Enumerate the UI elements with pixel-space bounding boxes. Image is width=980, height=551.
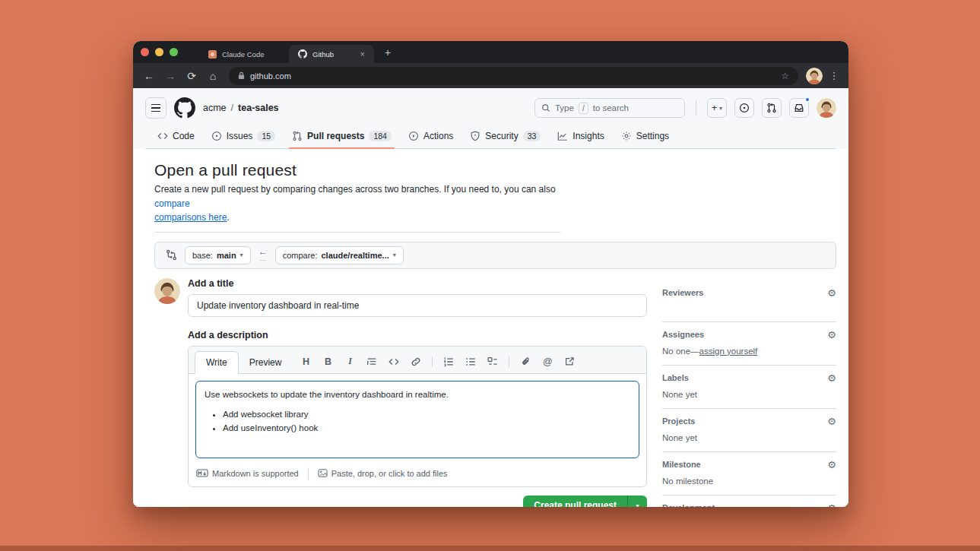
close-window-button[interactable] — [141, 48, 149, 56]
compare-link-part1[interactable]: compare — [154, 198, 190, 209]
url-text: github.com — [250, 71, 775, 81]
github-logo[interactable] — [174, 97, 195, 119]
editor-body: Use websockets to update the inventory d… — [189, 374, 646, 465]
compare-branch-selector[interactable]: compare: claude/realtime... ▾ — [275, 246, 404, 264]
zoom-window-button[interactable] — [170, 48, 178, 56]
paperclip-icon[interactable] — [519, 356, 531, 368]
slash-key-hint: / — [579, 103, 588, 114]
gear-icon[interactable]: ⚙ — [827, 503, 836, 507]
sidebar-section-projects: Projects ⚙ None yet — [662, 416, 836, 452]
cross-reference-icon[interactable] — [563, 356, 576, 368]
browser-tab-github[interactable]: Github × — [289, 45, 374, 63]
markdown-hint[interactable]: Markdown is supported — [196, 469, 299, 478]
tab-pull-requests[interactable]: Pull requests 184 — [286, 125, 398, 148]
inbox-button[interactable] — [789, 98, 809, 118]
issue-opened-icon — [211, 131, 222, 141]
create-pull-request-split-button: Create pull request ▾ — [523, 496, 647, 507]
issues-count-badge: 15 — [257, 131, 275, 141]
browser-profile-avatar[interactable] — [806, 68, 823, 84]
global-nav-menu-button[interactable] — [145, 97, 167, 119]
gear-icon[interactable]: ⚙ — [827, 373, 836, 383]
nav-label: Insights — [572, 131, 604, 141]
section-value: None yet — [662, 433, 836, 444]
breadcrumb-repo[interactable]: tea-sales — [238, 103, 279, 113]
sidebar-section-labels: Labels ⚙ None yet — [662, 373, 836, 409]
heading-icon[interactable]: H — [300, 356, 312, 368]
create-pull-request-caret[interactable]: ▾ — [627, 496, 647, 507]
tab-actions[interactable]: Actions — [402, 125, 459, 148]
tab-code[interactable]: Code — [151, 125, 201, 148]
pr-title-input[interactable] — [188, 294, 647, 317]
create-new-button[interactable]: + ▾ — [707, 98, 727, 118]
toolbar-divider — [509, 356, 509, 367]
git-compare-icon — [166, 249, 177, 261]
reload-icon[interactable]: ⟳ — [183, 70, 200, 82]
github-page: acme / tea-sales Type / to search + ▾ — [133, 88, 848, 507]
file-upload-target[interactable]: Paste, drop, or click to add files — [318, 468, 448, 478]
description-editor: Write Preview H B I — [188, 346, 647, 487]
subtitle-period: . — [227, 212, 229, 223]
issues-dashboard-button[interactable] — [734, 98, 754, 118]
breadcrumb-owner[interactable]: acme — [203, 103, 227, 113]
close-tab-icon[interactable]: × — [360, 50, 365, 59]
github-profile-avatar[interactable] — [817, 98, 836, 118]
plus-icon: + — [712, 103, 717, 113]
description-bullet: Add websocket library — [223, 408, 630, 421]
browser-tab-claude-code[interactable]: Claude Code — [199, 45, 289, 63]
tab-settings[interactable]: Settings — [615, 125, 675, 148]
bold-icon[interactable]: B — [322, 356, 334, 368]
sidebar-section-milestone: Milestone ⚙ No milestone — [662, 460, 836, 496]
back-icon[interactable]: ← — [141, 70, 157, 82]
task-list-icon[interactable] — [487, 356, 499, 368]
sidebar-section-reviewers: Reviewers ⚙ — [662, 288, 836, 322]
chevron-down-icon: ▾ — [240, 252, 243, 258]
upload-hint-text: Paste, drop, or click to add files — [331, 469, 448, 478]
search-input[interactable]: Type / to search — [534, 98, 685, 118]
inbox-icon — [794, 103, 804, 113]
assign-yourself-link[interactable]: assign yourself — [699, 347, 758, 356]
pull-requests-dashboard-button[interactable] — [762, 98, 782, 118]
avatar-image — [817, 98, 836, 118]
tab-preview[interactable]: Preview — [239, 352, 293, 373]
code-icon — [157, 131, 168, 141]
unordered-list-icon[interactable] — [465, 356, 477, 368]
branch-compare-bar: base: main ▾ ← ... compare: claude/realt… — [154, 242, 836, 269]
repo-nav: Code Issues 15 Pull requests 184 Actions — [145, 122, 836, 149]
base-branch-selector[interactable]: base: main ▾ — [185, 246, 251, 264]
gear-icon[interactable]: ⚙ — [827, 330, 836, 340]
home-icon[interactable]: ⌂ — [205, 70, 221, 82]
nav-label: Actions — [423, 131, 453, 141]
compare-link-part2[interactable]: comparisons here — [154, 212, 227, 223]
browser-menu-icon[interactable]: ⋮ — [827, 70, 841, 81]
create-pull-request-button[interactable]: Create pull request — [523, 496, 627, 507]
gear-icon[interactable]: ⚙ — [827, 288, 836, 298]
subtitle-text: Create a new pull request by comparing c… — [154, 184, 556, 195]
numbered-list-icon[interactable] — [442, 356, 455, 368]
pr-description-textarea[interactable]: Use websockets to update the inventory d… — [195, 381, 639, 458]
bookmark-star-icon[interactable]: ☆ — [781, 71, 789, 81]
gear-icon[interactable]: ⚙ — [827, 416, 836, 426]
minimize-window-button[interactable] — [155, 48, 163, 56]
nav-label: Settings — [636, 131, 669, 141]
chevron-down-icon: ▾ — [719, 105, 722, 112]
user-avatar — [154, 278, 180, 304]
search-icon — [541, 103, 550, 112]
quote-icon[interactable] — [366, 356, 378, 368]
tab-write[interactable]: Write — [195, 351, 239, 374]
mention-icon[interactable]: @ — [541, 356, 553, 368]
section-label: Reviewers — [662, 288, 703, 297]
section-label: Milestone — [662, 460, 701, 469]
tab-issues[interactable]: Issues 15 — [205, 125, 281, 148]
tab-insights[interactable]: Insights — [551, 125, 610, 148]
desk-shadow-band — [0, 546, 980, 551]
address-bar[interactable]: github.com ☆ — [229, 67, 798, 85]
new-tab-button[interactable]: + — [374, 41, 401, 63]
page-subtitle: Create a new pull request by comparing c… — [154, 182, 580, 225]
forward-icon[interactable]: → — [162, 70, 179, 82]
tab-security[interactable]: Security 33 — [464, 125, 547, 148]
italic-icon[interactable]: I — [344, 356, 356, 368]
link-icon[interactable] — [410, 356, 422, 368]
gear-icon[interactable]: ⚙ — [827, 460, 836, 470]
code-icon[interactable] — [388, 356, 400, 368]
sidebar-section-development: Development ⚙ — [662, 503, 836, 507]
